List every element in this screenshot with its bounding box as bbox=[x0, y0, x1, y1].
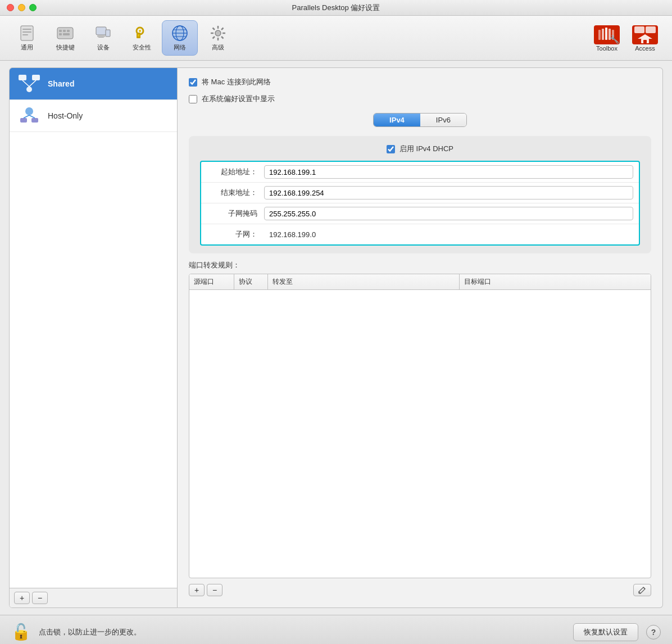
address-row-mask: 子网掩码 bbox=[201, 203, 639, 224]
svg-rect-36 bbox=[605, 28, 607, 40]
toolbar-label-shortcuts: 快捷键 bbox=[56, 43, 75, 52]
col-forward-to: 转发至 bbox=[268, 274, 460, 289]
port-forwarding-label: 端口转发规则： bbox=[189, 260, 651, 270]
restore-defaults-button[interactable]: 恢复默认设置 bbox=[573, 623, 638, 641]
ip-tab-group: IPv4 IPv6 bbox=[373, 113, 467, 127]
toolbar-label-network: 网络 bbox=[174, 43, 186, 52]
shared-network-icon bbox=[17, 74, 41, 94]
toolbox-icon: 🔧 bbox=[593, 25, 620, 45]
toolbar-item-toolbox[interactable]: 🔧 Toolbox bbox=[589, 22, 625, 54]
subnet-value: 192.168.199.0 bbox=[264, 228, 633, 241]
toolbar-item-security[interactable]: 安全性 bbox=[124, 21, 160, 55]
toolbar: 通用 快捷键 设备 bbox=[0, 16, 672, 61]
port-forwarding-section: 端口转发规则： 源端口 协议 转发至 目标端口 + − bbox=[189, 260, 651, 598]
svg-rect-46 bbox=[19, 75, 26, 80]
col-dest-port: 目标端口 bbox=[460, 274, 651, 289]
sidebar-footer: + − bbox=[10, 588, 177, 607]
sidebar-item-shared[interactable]: Shared bbox=[10, 68, 177, 100]
svg-line-55 bbox=[29, 115, 35, 118]
end-address-label: 结束地址： bbox=[207, 188, 257, 198]
svg-rect-3 bbox=[22, 34, 28, 35]
close-button[interactable] bbox=[7, 4, 14, 11]
address-row-end: 结束地址： bbox=[201, 183, 639, 203]
svg-point-48 bbox=[26, 87, 32, 92]
svg-point-17 bbox=[139, 30, 141, 32]
remove-port-rule-button[interactable]: − bbox=[207, 584, 223, 596]
svg-rect-9 bbox=[63, 33, 70, 35]
toolbar-item-network[interactable]: 网络 bbox=[162, 20, 198, 56]
window-title: Parallels Desktop 偏好设置 bbox=[292, 3, 380, 13]
general-icon bbox=[18, 24, 36, 42]
sidebar-item-host-only[interactable]: Host-Only bbox=[10, 100, 177, 132]
maximize-button[interactable] bbox=[29, 4, 37, 11]
add-network-button[interactable]: + bbox=[14, 592, 30, 604]
port-forwarding-table: 源端口 协议 转发至 目标端口 bbox=[189, 274, 651, 578]
svg-rect-12 bbox=[97, 35, 105, 37]
connect-mac-checkbox[interactable] bbox=[189, 78, 197, 87]
svg-rect-16 bbox=[138, 34, 139, 37]
svg-text:🔧: 🔧 bbox=[610, 35, 620, 44]
svg-line-54 bbox=[24, 115, 29, 118]
port-footer: + − bbox=[189, 582, 651, 598]
toolbar-label-general: 通用 bbox=[21, 43, 33, 52]
start-address-label: 起始地址： bbox=[207, 167, 257, 177]
svg-point-24 bbox=[215, 30, 221, 36]
host-only-network-icon bbox=[17, 106, 41, 126]
svg-rect-2 bbox=[22, 31, 31, 33]
subnet-label: 子网： bbox=[207, 229, 257, 239]
svg-rect-35 bbox=[602, 29, 604, 40]
svg-line-56 bbox=[643, 587, 645, 589]
connect-mac-label: 将 Mac 连接到此网络 bbox=[202, 77, 271, 87]
tab-ipv6[interactable]: IPv6 bbox=[420, 114, 466, 126]
checkbox-connect-mac: 将 Mac 连接到此网络 bbox=[189, 77, 651, 87]
svg-rect-0 bbox=[21, 26, 33, 40]
show-in-prefs-label: 在系统偏好设置中显示 bbox=[202, 94, 275, 104]
svg-rect-1 bbox=[22, 29, 31, 30]
svg-rect-45 bbox=[643, 40, 647, 43]
security-icon bbox=[133, 24, 151, 42]
svg-rect-41 bbox=[634, 26, 644, 33]
add-port-rule-button[interactable]: + bbox=[189, 584, 205, 596]
svg-point-51 bbox=[25, 107, 33, 115]
shortcuts-icon bbox=[56, 24, 74, 42]
svg-line-49 bbox=[22, 80, 29, 87]
dhcp-label: 启用 IPv4 DHCP bbox=[399, 144, 453, 154]
tab-ipv4[interactable]: IPv4 bbox=[374, 114, 420, 126]
bottom-bar: 🔓 点击锁，以防止进一步的更改。 恢复默认设置 ? bbox=[0, 615, 672, 644]
remove-network-button[interactable]: − bbox=[32, 592, 48, 604]
svg-line-31 bbox=[221, 28, 224, 30]
svg-rect-5 bbox=[59, 30, 62, 32]
dhcp-checkbox[interactable] bbox=[387, 145, 395, 153]
svg-rect-53 bbox=[31, 118, 38, 123]
ip-tabs: IPv4 IPv6 bbox=[189, 113, 651, 127]
subnet-mask-input[interactable] bbox=[264, 207, 633, 220]
access-icon bbox=[632, 25, 659, 45]
end-address-input[interactable] bbox=[264, 186, 633, 199]
toolbar-item-advanced[interactable]: 高级 bbox=[200, 21, 236, 55]
sidebar-item-host-only-label: Host-Only bbox=[48, 111, 83, 120]
advanced-icon bbox=[209, 24, 227, 42]
network-icon bbox=[171, 24, 189, 42]
edit-port-rule-button[interactable] bbox=[633, 584, 651, 596]
dhcp-checkbox-row: 启用 IPv4 DHCP bbox=[200, 144, 640, 154]
svg-rect-13 bbox=[106, 30, 110, 37]
port-table-body bbox=[189, 290, 651, 380]
toolbar-item-general[interactable]: 通用 bbox=[9, 21, 45, 55]
traffic-lights bbox=[7, 4, 37, 11]
svg-line-30 bbox=[221, 37, 224, 39]
dhcp-section: 启用 IPv4 DHCP 起始地址： 结束地址： 子网掩码 子网： bbox=[189, 136, 651, 253]
col-source-port: 源端口 bbox=[189, 274, 234, 289]
start-address-input[interactable] bbox=[264, 165, 633, 179]
help-button[interactable]: ? bbox=[646, 625, 661, 640]
toolbar-item-devices[interactable]: 设备 bbox=[85, 21, 121, 55]
sidebar: Shared Host-Only + − bbox=[9, 67, 178, 608]
svg-rect-52 bbox=[20, 118, 27, 123]
toolbar-label-toolbox: Toolbox bbox=[596, 45, 617, 52]
minimize-button[interactable] bbox=[18, 4, 25, 11]
svg-rect-34 bbox=[598, 30, 601, 40]
lock-icon[interactable]: 🔓 bbox=[11, 623, 31, 641]
show-in-prefs-checkbox[interactable] bbox=[189, 95, 197, 103]
subnet-mask-label: 子网掩码 bbox=[207, 208, 257, 219]
toolbar-item-shortcuts[interactable]: 快捷键 bbox=[47, 21, 83, 55]
toolbar-item-access[interactable]: Access bbox=[627, 22, 663, 54]
